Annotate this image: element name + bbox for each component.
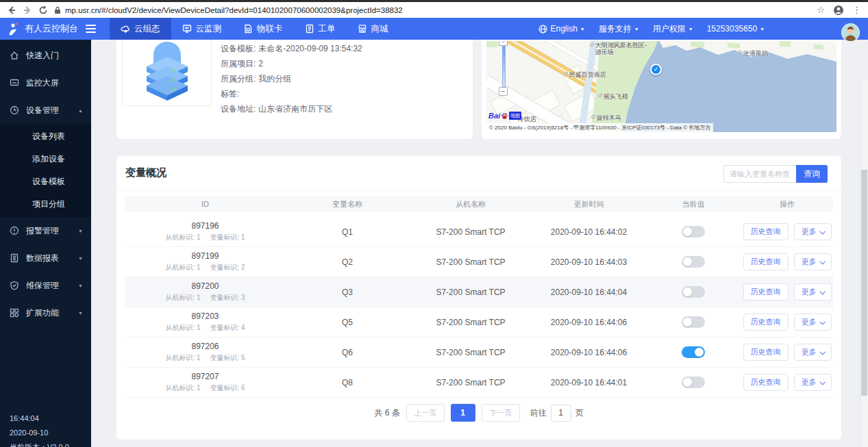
grid-icon [10, 308, 19, 318]
col-value: 当前值 [645, 199, 741, 209]
map-poi-label: ⊙摇头飞椅 [597, 92, 628, 101]
sidebar-item-device-template[interactable]: 设备模板 [0, 170, 91, 193]
value-toggle[interactable] [682, 256, 705, 268]
url-text: mp.usr.cn/#/cloudV2/device/ViewDeviceDet… [65, 6, 403, 14]
tab-work-order[interactable]: 工单 [294, 18, 347, 40]
account-menu[interactable]: 15253035650 ▼ [707, 24, 765, 34]
tab-iot-card[interactable]: 物联卡 [232, 18, 294, 40]
sidebar-item-monitor-screen[interactable]: 监控大屏 [0, 69, 91, 97]
permission-menu[interactable]: 用户权限 ▼ [653, 23, 693, 35]
zoom-slider-track[interactable] [502, 46, 506, 87]
address-bar[interactable]: mp.usr.cn/#/cloudV2/device/ViewDeviceDet… [54, 6, 810, 14]
table-row: 897206 从机标识: 1变量标识: 5 Q6 S7-200 Smart TC… [125, 337, 833, 368]
variable-name: Q8 [286, 378, 409, 387]
page-scrollbar[interactable] [860, 79, 868, 447]
more-label: 更多 [802, 287, 817, 297]
browser-menu-icon[interactable]: ⋮ [852, 5, 861, 15]
baidu-paw-icon [501, 112, 508, 120]
chevron-down-icon: ▼ [689, 27, 693, 31]
sidebar-item-device-management[interactable]: 设备管理 ▲ [0, 97, 91, 124]
current-page-button[interactable]: 1 [451, 404, 475, 422]
more-button[interactable]: 更多 [794, 344, 832, 361]
current-time: 16:44:04 [10, 411, 69, 426]
more-button[interactable]: 更多 [794, 314, 832, 331]
sidebar-footer: 16:44:04 2020-09-10 当前版本：V2.0.0 [10, 411, 69, 447]
variable-name: Q1 [286, 227, 409, 237]
language-selector[interactable]: English ▼ [538, 24, 584, 34]
brand[interactable]: 有人云控制台 [0, 23, 103, 36]
sidebar: 快速入门 监控大屏 设备管理 ▲ 设备列表 添加设备 设备模板 项目分组 报警管… [0, 40, 91, 447]
shield-icon [10, 281, 19, 290]
back-icon[interactable] [7, 5, 16, 15]
history-query-button[interactable]: 历史查询 [743, 283, 789, 301]
globe-icon [538, 25, 547, 34]
search-button[interactable]: 查询 [796, 165, 828, 183]
value-toggle[interactable] [682, 376, 705, 388]
device-location-marker[interactable]: ✓ [650, 64, 662, 75]
baidu-map[interactable]: ⊙大明湖风景名胜区-游乐场 ⊙沧浪荷韵 ⊙民盛百货商店 ⊙摇头飞椅 ⊙旋转木马 … [486, 41, 836, 132]
history-query-button[interactable]: 历史查询 [743, 374, 789, 391]
more-button[interactable]: 更多 [794, 374, 832, 391]
slave-tag: 从机标识: 1 [165, 353, 200, 363]
menu-collapse-icon[interactable] [86, 23, 96, 35]
zoom-out-button[interactable]: − [499, 87, 508, 96]
sidebar-item-quick-start[interactable]: 快速入门 [0, 42, 91, 69]
support-menu[interactable]: 服务支持 ▼ [599, 23, 639, 35]
zoom-slider-handle[interactable]: − [499, 41, 508, 46]
reload-icon[interactable] [38, 5, 48, 15]
chevron-down-icon: ▼ [78, 283, 83, 288]
variable-id: 897196 [125, 221, 286, 231]
scrollbar-thumb[interactable] [861, 170, 867, 396]
history-query-button[interactable]: 历史查询 [743, 344, 789, 361]
tab-cloud-monitor[interactable]: 云监测 [171, 18, 233, 40]
value-toggle[interactable] [682, 286, 705, 298]
sidebar-item-label: 监控大屏 [26, 77, 59, 89]
variable-id: 897206 [125, 342, 286, 351]
more-button[interactable]: 更多 [794, 283, 832, 301]
tab-label: 物联卡 [257, 23, 283, 35]
sidebar-item-project-group[interactable]: 项目分组 [0, 193, 91, 216]
bookmark-star-icon[interactable]: ☆ [817, 5, 825, 15]
value-toggle[interactable] [682, 316, 705, 328]
variable-search-input[interactable] [723, 165, 796, 183]
sidebar-item-maintenance[interactable]: 维保管理 ▼ [0, 272, 91, 299]
user-avatar[interactable] [841, 23, 860, 42]
report-icon [10, 253, 19, 263]
tab-mall[interactable]: 商城 [347, 18, 399, 40]
prev-page-button[interactable]: 上一页 [406, 404, 445, 422]
sidebar-item-extensions[interactable]: 扩展功能 ▼ [0, 299, 91, 327]
table-header: ID 变量名称 从机名称 更新时间 当前值 操作 [125, 196, 833, 212]
cloud-icon [121, 24, 130, 34]
value-toggle[interactable] [682, 226, 705, 238]
device-image [122, 40, 212, 106]
more-button[interactable]: 更多 [794, 253, 832, 270]
history-query-button[interactable]: 历史查询 [743, 314, 789, 331]
update-time: 2020-09-10 16:44:04 [532, 288, 645, 297]
chevron-down-icon [819, 349, 825, 355]
chevron-down-icon: ▼ [634, 27, 639, 31]
sidebar-item-add-device[interactable]: 添加设备 [0, 148, 91, 170]
value-toggle[interactable] [682, 346, 705, 358]
sidebar-item-data-report[interactable]: 数据报表 ▼ [0, 244, 91, 272]
more-button[interactable]: 更多 [794, 223, 832, 240]
variable-id: 897203 [125, 311, 286, 321]
update-time: 2020-09-10 16:44:06 [532, 318, 645, 327]
sidebar-item-device-list[interactable]: 设备列表 [0, 125, 91, 148]
history-query-button[interactable]: 历史查询 [743, 223, 789, 240]
store-icon [358, 24, 367, 34]
table-row: 897200 从机标识: 1变量标识: 3 Q3 S7-200 Smart TC… [125, 277, 833, 307]
chevron-down-icon [819, 379, 825, 385]
sidebar-item-alarm-management[interactable]: 报警管理 ▼ [0, 217, 91, 244]
goto-page-input[interactable] [551, 405, 571, 422]
forward-icon[interactable] [23, 5, 32, 15]
chevron-down-icon: ▼ [78, 311, 83, 316]
alarm-icon [10, 226, 19, 235]
history-query-button[interactable]: 历史查询 [743, 253, 789, 270]
tab-cloud-scada[interactable]: 云组态 [110, 18, 171, 40]
next-page-button[interactable]: 下一页 [482, 404, 520, 422]
col-id: ID [125, 200, 286, 208]
sidebar-item-label: 维保管理 [26, 280, 59, 292]
poi-icon: ⊙ [563, 71, 568, 77]
chevron-up-icon: ▲ [78, 108, 83, 113]
browser-profile-icon[interactable] [833, 5, 844, 16]
